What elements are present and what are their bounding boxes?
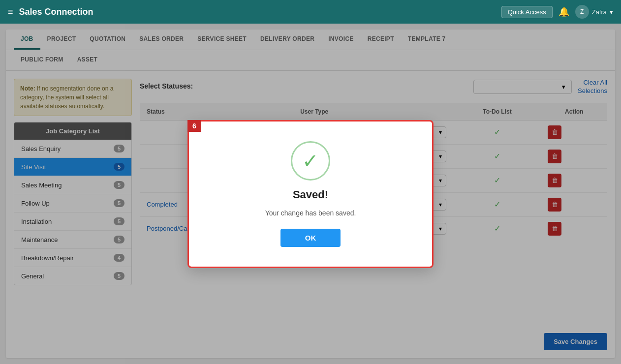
bell-icon[interactable]: 🔔 xyxy=(559,6,569,17)
success-circle: ✓ xyxy=(291,141,330,181)
quick-access-button[interactable]: Quick Access xyxy=(501,6,553,18)
modal-dialog: 6 ✓ Saved! Your change has been saved. O… xyxy=(187,120,434,268)
step-badge: 6 xyxy=(187,120,201,132)
modal-message: Your change has been saved. xyxy=(265,209,356,217)
user-menu[interactable]: Z Zafra ▾ xyxy=(575,5,613,19)
chevron-down-icon: ▾ xyxy=(610,8,613,16)
header-left: ≡ Sales Connection xyxy=(8,7,93,17)
ok-button[interactable]: OK xyxy=(280,229,341,247)
header-right: Quick Access 🔔 Z Zafra ▾ xyxy=(501,5,613,19)
checkmark-icon: ✓ xyxy=(302,151,319,171)
hamburger-icon[interactable]: ≡ xyxy=(8,7,13,17)
app-title: Sales Connection xyxy=(19,7,93,17)
user-name: Zafra xyxy=(592,8,607,16)
modal-title: Saved! xyxy=(293,188,328,201)
modal-overlay: 6 ✓ Saved! Your change has been saved. O… xyxy=(0,24,621,364)
header: ≡ Sales Connection Quick Access 🔔 Z Zafr… xyxy=(0,0,621,24)
avatar: Z xyxy=(575,5,589,19)
